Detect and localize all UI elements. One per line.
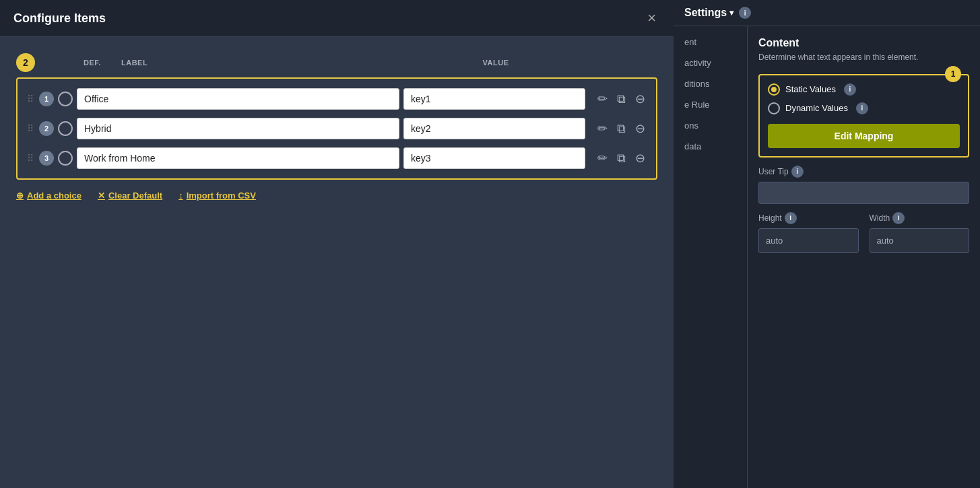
sidebar-header: Settings ▾ i	[674, 0, 980, 26]
height-info-icon: i	[785, 212, 797, 224]
delete-button-1[interactable]: ⊖	[632, 90, 648, 108]
static-values-radio[interactable]	[768, 83, 780, 96]
dimensions-row: Height i Width i	[758, 212, 969, 253]
items-container: ⠿ 1 ✏ ⧉ ⊖ ⠿ 2 ✏ ⧉	[16, 77, 657, 180]
drag-handle-icon[interactable]: ⠿	[26, 123, 35, 134]
edit-mapping-button[interactable]: Edit Mapping	[768, 124, 960, 148]
dialog-header: Configure Items ×	[0, 0, 674, 37]
sidebar-item-ent[interactable]: ent	[674, 32, 747, 53]
drag-handle-icon[interactable]: ⠿	[26, 94, 35, 104]
label-input-2[interactable]	[77, 118, 399, 139]
width-label: Width i	[870, 212, 970, 224]
label-input-1[interactable]	[77, 88, 399, 110]
table-row: ⠿ 3 ✏ ⧉ ⊖	[23, 143, 651, 173]
x-icon: ✕	[98, 190, 105, 201]
dialog-body: 2 DEF. LABEL VALUE ⠿ 1 ✏ ⧉ ⊖	[0, 37, 674, 214]
dialog-title: Configure Items	[13, 11, 106, 26]
edit-button-3[interactable]: ✏	[595, 149, 610, 167]
sidebar-item-data[interactable]: data	[674, 136, 747, 157]
configure-items-dialog: Configure Items × 2 DEF. LABEL VALUE ⠿ 1	[0, 0, 674, 488]
close-button[interactable]: ×	[643, 9, 660, 27]
dynamic-values-option[interactable]: Dynamic Values i	[768, 102, 960, 114]
static-values-option[interactable]: Static Values i	[768, 83, 960, 96]
height-input[interactable]	[758, 228, 859, 253]
delete-button-3[interactable]: ⊖	[632, 149, 648, 167]
plus-icon: ⊕	[16, 190, 24, 201]
dynamic-values-label: Dynamic Values	[785, 103, 848, 113]
sidebar-item-activity[interactable]: activity	[674, 53, 747, 73]
col-header-def: DEF.	[75, 59, 109, 67]
edit-button-1[interactable]: ✏	[595, 90, 610, 108]
right-sidebar: Settings ▾ i ent activity ditions e Rule…	[674, 0, 980, 488]
col-header-value: VALUE	[401, 59, 590, 67]
width-group: Width i	[870, 212, 970, 253]
table-row: ⠿ 1 ✏ ⧉ ⊖	[23, 84, 651, 114]
dynamic-values-radio[interactable]	[768, 102, 780, 114]
import-icon: ↕	[178, 190, 183, 201]
column-headers: 2 DEF. LABEL VALUE	[16, 50, 657, 77]
default-radio-2[interactable]	[58, 121, 73, 136]
row-number-3: 3	[39, 151, 54, 166]
content-section-title: Content	[758, 37, 969, 49]
label-input-3[interactable]	[77, 147, 399, 169]
row-actions-3: ✏ ⧉ ⊖	[595, 149, 648, 167]
delete-button-2[interactable]: ⊖	[632, 120, 648, 137]
chevron-down-icon: ▾	[729, 8, 733, 18]
value-input-2[interactable]	[403, 118, 585, 139]
dialog-badge: 2	[16, 53, 35, 72]
row-number-2: 2	[39, 121, 54, 136]
edit-button-2[interactable]: ✏	[595, 120, 610, 137]
sidebar-item-ons[interactable]: ons	[674, 115, 747, 136]
copy-button-1[interactable]: ⧉	[614, 91, 628, 108]
bottom-actions: ⊕ Add a choice ✕ Clear Default ↕ Import …	[16, 190, 657, 201]
table-row: ⠿ 2 ✏ ⧉ ⊖	[23, 114, 651, 143]
row-actions-1: ✏ ⧉ ⊖	[595, 90, 648, 108]
copy-button-2[interactable]: ⧉	[614, 120, 628, 137]
clear-default-button[interactable]: ✕ Clear Default	[98, 190, 162, 201]
value-input-1[interactable]	[403, 88, 585, 110]
add-choice-button[interactable]: ⊕ Add a choice	[16, 190, 81, 201]
width-info-icon: i	[892, 212, 905, 224]
value-input-3[interactable]	[403, 147, 585, 169]
sidebar-item-rule[interactable]: e Rule	[674, 94, 747, 115]
settings-info-icon: i	[739, 7, 751, 19]
user-tip-label: User Tip i	[758, 166, 969, 178]
left-navigation: ent activity ditions e Rule ons data	[674, 26, 748, 488]
row-actions-2: ✏ ⧉ ⊖	[595, 120, 648, 137]
height-group: Height i	[758, 212, 859, 253]
row-number-1: 1	[39, 92, 54, 106]
content-section-description: Determine what text appears in this elem…	[758, 52, 969, 63]
height-label: Height i	[758, 212, 859, 224]
width-input[interactable]	[870, 228, 970, 253]
import-csv-button[interactable]: ↕ Import from CSV	[178, 190, 256, 201]
content-badge: 1	[945, 66, 961, 82]
static-values-label: Static Values	[785, 84, 836, 94]
user-tip-input[interactable]	[758, 182, 969, 204]
drag-handle-icon[interactable]: ⠿	[26, 153, 35, 164]
sidebar-layout: ent activity ditions e Rule ons data Con…	[674, 26, 980, 488]
col-header-label: LABEL	[116, 59, 401, 67]
content-panel: Content Determine what text appears in t…	[748, 26, 980, 488]
default-radio-1[interactable]	[58, 92, 73, 106]
dynamic-values-info-icon: i	[856, 102, 868, 114]
sidebar-item-conditions[interactable]: ditions	[674, 73, 747, 94]
default-radio-3[interactable]	[58, 151, 73, 166]
user-tip-info-icon: i	[791, 166, 804, 178]
static-values-info-icon: i	[844, 83, 856, 96]
content-options-box: 1 Static Values i Dynamic Values i Edit …	[758, 74, 969, 158]
copy-button-3[interactable]: ⧉	[614, 150, 628, 167]
settings-label: Settings ▾	[684, 7, 733, 19]
